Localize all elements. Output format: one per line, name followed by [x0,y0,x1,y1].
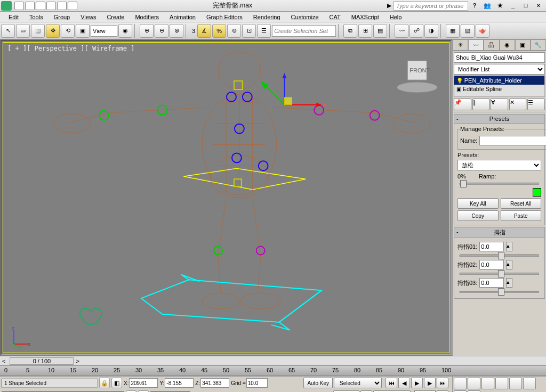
copy-button[interactable]: Copy [457,210,499,221]
thumb3-slider[interactable] [460,291,539,293]
star-icon[interactable]: ★ [495,2,505,10]
app-logo[interactable] [1,1,12,11]
search-input[interactable] [394,1,468,11]
spinner-up-icon[interactable]: ▴ [506,242,512,251]
snap-toggle-icon[interactable]: ⊡ [242,24,256,38]
coord-y-input[interactable] [165,378,194,388]
goto-start-icon[interactable]: ⏮ [386,378,397,388]
menu-edit[interactable]: Edit [3,13,24,21]
mirror-icon[interactable]: ⧉ [343,24,357,38]
modifier-stack[interactable]: 💡 PEN_Attribute_Holder ▣ Editable Spline [454,76,545,97]
thumb3-spinner[interactable] [479,278,504,288]
menu-help[interactable]: Help [384,13,407,21]
bind-icon[interactable]: ⊗ [170,24,183,38]
menu-modifiers[interactable]: Modifiers [130,13,164,21]
rotate-icon[interactable]: ⟲ [61,24,75,38]
redo-icon[interactable] [57,2,67,10]
zoom-ext-all-icon[interactable] [495,378,508,389]
modifier-list-select[interactable]: Modifier List [454,64,545,75]
scale-icon[interactable]: ▣ [76,24,90,38]
menu-maxscript[interactable]: MAXScript [346,13,384,21]
thumb2-spinner[interactable] [479,260,504,270]
render-frame-icon[interactable]: ▧ [461,24,475,38]
zoom-icon[interactable] [454,378,467,389]
fov-icon[interactable] [509,378,522,389]
stack-item[interactable]: 💡 PEN_Attribute_Holder [454,76,544,85]
schematic-icon[interactable]: ☍ [410,24,423,38]
grid-input[interactable] [246,378,268,388]
menu-group[interactable]: Group [49,13,76,21]
material-icon[interactable]: ◑ [424,24,438,38]
thumb1-spinner[interactable] [479,242,504,251]
iso-icon[interactable]: ◧ [111,378,122,388]
snap-spinner-icon[interactable]: ⊚ [227,24,241,38]
spinner-up-icon[interactable]: ▴ [506,260,512,270]
coord-x-input[interactable] [129,378,158,388]
snap-pct-icon[interactable]: % [212,24,226,38]
preset-select[interactable]: 放松 [457,160,541,170]
link-icon[interactable] [68,2,77,10]
remove-mod-icon[interactable]: ✕ [509,99,527,110]
tab-hierarchy-icon[interactable]: 品 [484,39,499,51]
thumb1-slider[interactable] [460,255,539,257]
minimize-icon[interactable]: _ [508,2,518,10]
keymode-select[interactable]: Selected [334,378,382,388]
thumb2-slider[interactable] [460,273,539,275]
reset-all-button[interactable]: Reset All [501,198,542,209]
tab-motion-icon[interactable]: ◉ [500,39,515,51]
key-all-button[interactable]: Key All [457,198,499,209]
rollout-presets-header[interactable]: -Presets [454,115,544,124]
align-icon[interactable]: ⊞ [358,24,372,38]
menu-views[interactable]: Views [75,13,101,21]
selection-set-input[interactable] [272,25,336,37]
preset-name-input[interactable] [479,136,546,145]
object-name-input[interactable] [454,52,545,63]
coord-system-select[interactable] [91,25,117,37]
menu-customize[interactable]: Customize [286,13,324,21]
tab-modify-icon[interactable]: 〰 [468,39,484,51]
lock-icon[interactable]: 🔒 [99,378,110,388]
time-ruler[interactable]: 0510152025303540455055606570758085909510… [0,365,546,376]
move-icon[interactable]: ✥ [46,24,60,38]
window-cross-icon[interactable]: ◫ [31,24,45,38]
comm-icon[interactable]: 👥 [482,2,493,10]
zoom-all-icon[interactable] [468,378,480,389]
goto-end-icon[interactable]: ⏭ [437,378,448,388]
rollout-thumb-header[interactable]: -拇指 [454,227,544,238]
maximize-icon[interactable]: □ [520,2,531,10]
paste-button[interactable]: Paste [501,210,542,221]
prev-frame-icon[interactable]: ◀ [398,378,410,388]
open-icon[interactable] [25,2,35,10]
preset-slider[interactable] [460,183,539,185]
help-icon[interactable]: ? [469,2,480,10]
select-link-icon[interactable]: ⊕ [140,24,154,38]
menu-grapheditors[interactable]: Graph Editors [201,13,248,21]
zoom-extents-icon[interactable] [481,378,494,389]
menu-tools[interactable]: Tools [24,13,49,21]
coord-z-input[interactable] [200,378,229,388]
render-icon[interactable]: 🫖 [476,24,489,38]
close-icon[interactable]: × [533,2,544,10]
menu-cat[interactable]: CAT [324,13,346,21]
layer-icon[interactable]: ▤ [373,24,387,38]
menu-rendering[interactable]: Rendering [248,13,286,21]
spinner-up-icon[interactable]: ▴ [506,278,512,288]
pivot-icon[interactable]: ◉ [118,24,132,38]
snap-angle-icon[interactable]: ∡ [197,24,211,38]
save-icon[interactable] [36,2,45,10]
play-icon[interactable]: ▶ [411,378,423,388]
tab-display-icon[interactable]: ▣ [515,39,531,51]
viewport[interactable]: [ + ][ Perspective ][ Wireframe ] [1,40,452,355]
tab-utilities-icon[interactable]: 🔧 [531,39,546,51]
render-setup-icon[interactable]: ▦ [446,24,460,38]
curve-editor-icon[interactable]: 〰 [395,24,408,38]
unique-icon[interactable]: ∀ [491,99,508,110]
time-slider[interactable]: < 0 / 100 > [0,356,546,365]
configure-icon[interactable]: ☰ [527,99,545,110]
named-sel-icon[interactable]: ☰ [257,24,271,38]
tab-create-icon[interactable]: ✳ [453,39,468,51]
ramp-color-swatch[interactable] [533,188,541,197]
undo-icon[interactable] [46,2,56,10]
next-frame-icon[interactable]: ▶ [424,378,436,388]
pan-icon[interactable] [523,378,536,389]
